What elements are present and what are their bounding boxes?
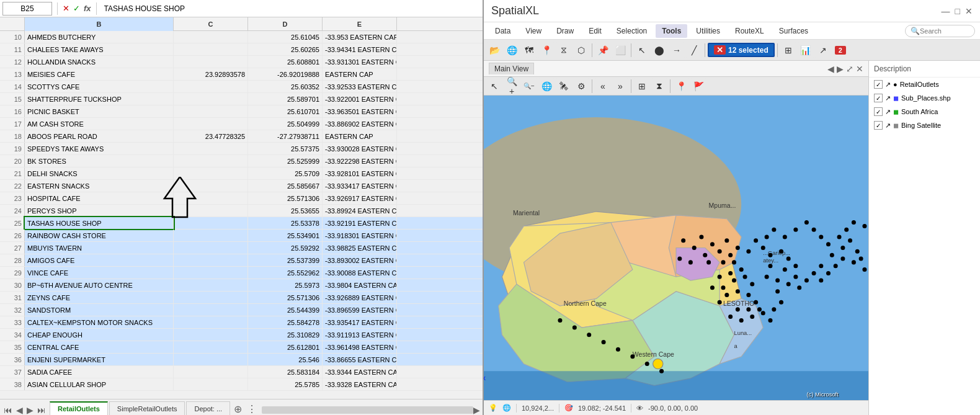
minimize-button[interactable]: —	[942, 6, 950, 16]
cell-c[interactable]	[174, 205, 248, 216]
cell-c[interactable]: 23.92893578	[174, 68, 248, 80]
cell-e[interactable]: EASTERN CAP	[323, 68, 397, 80]
col-header-c[interactable]: C	[174, 17, 248, 31]
cell-c[interactable]	[174, 217, 248, 229]
cell-e[interactable]: -33.98825 EASTERN CAP	[323, 242, 397, 254]
cell-e[interactable]: -33.92191 EASTERN CAP	[323, 217, 397, 229]
cell-d[interactable]: 25.5973	[248, 279, 323, 291]
view-nav-right[interactable]: ▶	[837, 64, 844, 74]
cell-c[interactable]	[174, 242, 248, 254]
cell-e[interactable]: -33.931301 EASTERN CAP	[323, 56, 397, 68]
cell-e[interactable]: -33.893002 EASTERN CAP	[323, 254, 397, 266]
cell-name[interactable]: MEISIES CAFE	[25, 68, 174, 80]
table-row[interactable]: 18ABOOS PEARL ROAD23.47728325-27.2793871…	[0, 130, 483, 143]
cell-d[interactable]: 25.589701	[248, 93, 323, 105]
cell-e[interactable]: -33.92533 EASTERN CAP	[323, 81, 397, 92]
cell-e[interactable]: -33.896599 EASTERN CAP	[323, 304, 397, 316]
map-layer-btn[interactable]: ⧗	[651, 78, 667, 94]
cell-d[interactable]: 25.608801	[248, 56, 323, 68]
cell-e[interactable]: -33.89924 EASTERN CAP	[323, 205, 397, 216]
cell-c[interactable]	[174, 254, 248, 266]
table-row[interactable]: 33CALTEX~KEMPSTON MOTOR SNACKS25.584278-…	[0, 316, 483, 329]
tab-next-btn[interactable]: ▶	[25, 405, 35, 415]
cell-c[interactable]	[174, 56, 248, 68]
cell-d[interactable]: 25.60265	[248, 43, 323, 55]
map-grid-btn[interactable]: ⊞	[634, 78, 650, 94]
cell-ref-input[interactable]	[2, 2, 52, 16]
table-row[interactable]: 17AM CASH STORE25.504999-33.886902 EASTE…	[0, 118, 483, 130]
cell-c[interactable]	[174, 192, 248, 204]
tab-options-button[interactable]: ⋮	[244, 403, 259, 415]
cell-d[interactable]: 25.59292	[248, 242, 323, 254]
cell-d[interactable]: 25.583184	[248, 366, 323, 378]
cell-d[interactable]: -26.92019888	[248, 68, 323, 80]
map-container[interactable]: Mpuma... Northern Cape Western Cape LESO…	[484, 96, 868, 400]
cell-e[interactable]: -33.926889 EASTERN CAP	[323, 292, 397, 303]
cell-name[interactable]: PICNIC BASKET	[25, 105, 174, 117]
cell-c[interactable]	[174, 267, 248, 279]
table-row[interactable]: 19SPEEDYS TAKE AWAYS25.57375-33.930028 E…	[0, 143, 483, 155]
table-row[interactable]: 26RAINBOW CASH STORE25.534901-33.918301 …	[0, 230, 483, 242]
table-row[interactable]: 25TASHAS HOUSE SHOP25.53378-33.92191 EAS…	[0, 217, 483, 230]
cell-c[interactable]	[174, 167, 248, 179]
toolbar-globe-btn[interactable]: 🌐	[504, 42, 520, 58]
sheet-tab-retailoutlets[interactable]: RetailOutlets	[50, 401, 108, 415]
table-row[interactable]: 35CENTRAL CAFE25.612801-33.961498 EASTER…	[0, 341, 483, 354]
table-row[interactable]: 21DELHI SNACKS25.5709-33.928101 EASTERN …	[0, 167, 483, 180]
cell-name[interactable]: ASIAN CELLULAR SHOP	[25, 378, 174, 390]
toolbar-cursor-btn[interactable]: ↖	[634, 42, 650, 58]
cell-c[interactable]	[174, 378, 248, 390]
menu-data[interactable]: Data	[489, 24, 517, 38]
cell-name[interactable]: ENJENI SUPERMARKET	[25, 354, 174, 365]
layer-check-retail[interactable]: ✓	[874, 80, 883, 89]
map-cursor-btn[interactable]: ↖	[486, 78, 502, 94]
cancel-icon[interactable]: ✕	[63, 4, 69, 13]
close-button[interactable]: ✕	[965, 6, 973, 16]
table-row[interactable]: 28AMIGOS CAFE25.537399-33.893002 EASTERN…	[0, 254, 483, 267]
menu-edit[interactable]: Edit	[582, 24, 608, 38]
cell-e[interactable]: -33.928101 EASTERN CAP	[323, 167, 397, 179]
view-close[interactable]: ✕	[856, 64, 863, 74]
cell-name[interactable]: BK STORES	[25, 155, 174, 167]
cell-c[interactable]	[174, 366, 248, 378]
cell-d[interactable]: 25.53378	[248, 217, 323, 229]
cell-name[interactable]: RAINBOW CASH STORE	[25, 230, 174, 241]
cell-e[interactable]: EASTERN CAP	[323, 130, 397, 142]
cell-e[interactable]: -33.886902 EASTERN CAP	[323, 118, 397, 130]
confirm-icon[interactable]: ✓	[73, 4, 80, 13]
cell-d[interactable]: 25.5709	[248, 167, 323, 179]
cell-e[interactable]: -33.922298 EASTERN CAP	[323, 155, 397, 167]
cell-name[interactable]: BP~6TH AVENUE AUTO CENTRE	[25, 279, 174, 291]
layer-check-bing[interactable]: ✓	[874, 121, 883, 130]
table-row[interactable]: 12HOLLANDIA SNACKS25.608801-33.931301 EA…	[0, 56, 483, 68]
toolbar-arrow-btn[interactable]: →	[669, 42, 685, 58]
toolbar-lasso-btn[interactable]: ⬤	[651, 42, 667, 58]
cell-name[interactable]: AHMEDS BUTCHERY	[25, 31, 174, 43]
table-row[interactable]: 27MBUYIS TAVERN25.59292-33.98825 EASTERN…	[0, 242, 483, 254]
cell-c[interactable]	[174, 155, 248, 167]
cell-c[interactable]	[174, 329, 248, 341]
table-row[interactable]: 14SCOTTYS CAFE25.60352-33.92533 EASTERN …	[0, 81, 483, 93]
cell-e[interactable]: -33.86655 EASTERN CAP	[323, 354, 397, 365]
cell-d[interactable]: 25.585667	[248, 180, 323, 192]
col-header-e[interactable]: E	[323, 17, 397, 31]
table-row[interactable]: 38ASIAN CELLULAR SHOP25.5785-33.9328 EAS…	[0, 378, 483, 391]
table-row[interactable]: 31ZEYNS CAFE25.571306-33.926889 EASTERN …	[0, 292, 483, 304]
cell-c[interactable]	[174, 93, 248, 105]
cell-d[interactable]: 25.525999	[248, 155, 323, 167]
map-zoom-out-btn[interactable]: 🔍−	[521, 78, 537, 94]
cell-d[interactable]: 25.552962	[248, 267, 323, 279]
cell-e[interactable]: -33.9344 EASTERN CAP	[323, 366, 397, 378]
cell-d[interactable]: 25.57375	[248, 143, 323, 154]
cell-e[interactable]: -33.961498 EASTERN CAP	[323, 341, 397, 353]
cell-d[interactable]: 25.534901	[248, 230, 323, 241]
layer-check-subplaces[interactable]: ✓	[874, 94, 883, 102]
cell-d[interactable]: 25.537399	[248, 254, 323, 266]
table-row[interactable]: 11CHALEES TAKE AWAYS25.60265-33.94341 EA…	[0, 43, 483, 56]
cell-c[interactable]	[174, 180, 248, 192]
cell-d[interactable]: 25.546	[248, 354, 323, 365]
cell-d[interactable]: 25.571306	[248, 192, 323, 204]
menu-utilities[interactable]: Utilities	[690, 24, 726, 38]
layer-item-subplaces[interactable]: ✓ ↗ ◼ Sub_Places.shp	[869, 91, 980, 105]
cell-name[interactable]: AMIGOS CAFE	[25, 254, 174, 266]
